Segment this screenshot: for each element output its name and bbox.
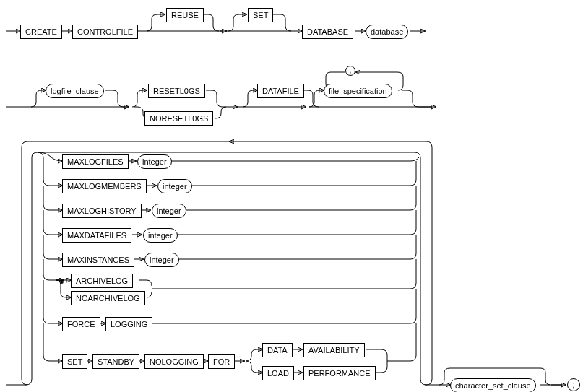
kw-create: CREATE: [20, 25, 62, 39]
kw-maxdatafiles: MAXDATAFILES: [62, 228, 131, 243]
kw-logging: LOGGING: [105, 317, 152, 331]
kw-archivelog: ARCHIVELOG: [71, 274, 133, 288]
kw-set-row1: SET: [248, 8, 273, 22]
kw-datafile: DATAFILE: [257, 84, 304, 98]
term-database: database: [366, 25, 408, 39]
terminator-semicolon: ;: [567, 378, 580, 391]
kw-resetlogs: RESETL0GS: [148, 84, 205, 98]
kw-for: FOR: [208, 354, 235, 369]
kw-load: LOAD: [262, 366, 294, 380]
term-integer-5: integer: [144, 253, 179, 267]
kw-availability: AVAILABILITY: [303, 343, 365, 357]
term-integer-1: integer: [137, 154, 172, 169]
term-character-set-clause: character_set_clause: [450, 378, 536, 392]
kw-database: DATABASE: [302, 25, 353, 39]
kw-maxlogmembers: MAXLOGMEMBERS: [62, 179, 147, 193]
kw-nologging: NOLOGGING: [144, 354, 204, 369]
term-integer-3: integer: [152, 204, 186, 218]
kw-force: FORCE: [62, 317, 100, 331]
kw-noresetlogs: NORESETL0GS: [144, 111, 213, 126]
kw-standby: STANDBY: [92, 354, 139, 369]
kw-maxloghistory: MAXLOGHISTORY: [62, 204, 142, 218]
kw-reuse: REUSE: [166, 8, 204, 22]
term-logfile-clause: logfile_clause: [46, 84, 104, 98]
kw-set-row-opts: SET: [62, 354, 87, 369]
kw-maxlogfiles: MAXLOGFILES: [62, 154, 129, 169]
kw-performance: PERFORMANCE: [303, 366, 376, 380]
separator-comma: ,: [345, 66, 355, 76]
kw-noarchivelog: NOARCHIVELOG: [71, 291, 145, 305]
kw-data: DATA: [262, 343, 293, 357]
kw-controlfile: CONTROLFILE: [72, 25, 138, 39]
kw-maxinstances: MAXINSTANCES: [62, 253, 134, 267]
term-integer-4: integer: [143, 228, 178, 243]
term-file-specification: file_specification: [324, 84, 392, 98]
term-integer-2: integer: [157, 179, 192, 193]
